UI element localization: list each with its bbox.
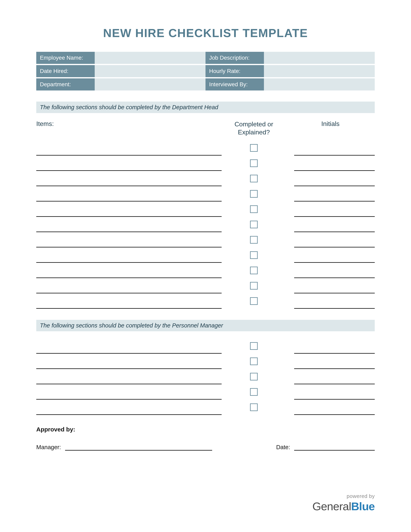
checklist-row — [36, 217, 375, 232]
initials-line[interactable] — [294, 216, 375, 217]
initials-line[interactable] — [294, 353, 375, 354]
brand-name: GeneralBlue — [312, 500, 375, 513]
checkbox[interactable] — [250, 205, 258, 213]
checkbox[interactable] — [250, 266, 258, 274]
footer-logo: powered by GeneralBlue — [312, 493, 375, 513]
item-line[interactable] — [36, 216, 222, 217]
checkbox[interactable] — [250, 282, 258, 290]
checklist-section-2 — [36, 338, 375, 415]
checkbox-wrap — [222, 338, 286, 354]
signature-row: Manager: Date: — [36, 444, 375, 451]
label-hourly-rate: Hourly Rate: — [206, 65, 264, 77]
checklist-row — [36, 201, 375, 217]
initials-line[interactable] — [294, 277, 375, 278]
column-header-completed: Completed or Explained? — [222, 120, 286, 136]
input-employee-name[interactable] — [95, 52, 206, 64]
label-department: Department: — [36, 78, 95, 90]
item-line[interactable] — [36, 170, 222, 171]
checkbox[interactable] — [250, 342, 258, 350]
checkbox-wrap — [222, 354, 286, 369]
checklist-row — [36, 294, 375, 309]
initials-line[interactable] — [294, 247, 375, 247]
checkbox-wrap — [222, 217, 286, 232]
columns-header: Items: Completed or Explained? Initials — [36, 120, 375, 136]
checklist-row — [36, 171, 375, 186]
checkbox-wrap — [222, 399, 286, 415]
item-line[interactable] — [36, 368, 222, 369]
label-date-hired: Date Hired: — [36, 65, 95, 77]
checklist-row — [36, 278, 375, 294]
checklist-row — [36, 232, 375, 247]
checklist-section-1 — [36, 140, 375, 309]
item-line[interactable] — [36, 308, 222, 309]
label-job-description: Job Description: — [206, 52, 264, 64]
checklist-row — [36, 156, 375, 171]
item-line[interactable] — [36, 155, 222, 156]
section-banner-dept-head: The following sections should be complet… — [36, 102, 375, 113]
initials-line[interactable] — [294, 308, 375, 309]
checkbox[interactable] — [250, 297, 258, 305]
checkbox-wrap — [222, 384, 286, 399]
header-cell-employee-name: Employee Name: — [36, 52, 206, 64]
manager-label: Manager: — [36, 444, 61, 451]
manager-signature-line[interactable] — [65, 450, 212, 451]
checklist-row — [36, 186, 375, 201]
input-interviewed-by[interactable] — [264, 78, 375, 90]
item-line[interactable] — [36, 247, 222, 247]
checkbox-wrap — [222, 186, 286, 201]
checkbox[interactable] — [250, 358, 258, 365]
checkbox[interactable] — [250, 144, 258, 152]
item-line[interactable] — [36, 384, 222, 384]
checklist-row — [36, 384, 375, 399]
initials-line[interactable] — [294, 201, 375, 201]
column-header-initials: Initials — [286, 120, 375, 128]
header-cell-date-hired: Date Hired: — [36, 65, 206, 77]
checkbox[interactable] — [250, 373, 258, 380]
input-hourly-rate[interactable] — [264, 65, 375, 77]
initials-line[interactable] — [294, 155, 375, 156]
checkbox[interactable] — [250, 403, 258, 411]
initials-line[interactable] — [294, 414, 375, 415]
label-employee-name: Employee Name: — [36, 52, 95, 64]
checkbox[interactable] — [250, 159, 258, 167]
checkbox[interactable] — [250, 221, 258, 228]
checkbox[interactable] — [250, 251, 258, 259]
header-cell-hourly-rate: Hourly Rate: — [206, 65, 375, 77]
initials-line[interactable] — [294, 368, 375, 369]
initials-line[interactable] — [294, 384, 375, 384]
item-line[interactable] — [36, 414, 222, 415]
column-header-items: Items: — [36, 120, 222, 128]
initials-line[interactable] — [294, 232, 375, 232]
initials-line[interactable] — [294, 186, 375, 186]
input-department[interactable] — [95, 78, 206, 90]
initials-line[interactable] — [294, 399, 375, 399]
item-line[interactable] — [36, 399, 222, 399]
approved-by-label: Approved by: — [36, 426, 375, 433]
item-line[interactable] — [36, 232, 222, 232]
input-job-description[interactable] — [264, 52, 375, 64]
input-date-hired[interactable] — [95, 65, 206, 77]
item-line[interactable] — [36, 262, 222, 263]
item-line[interactable] — [36, 293, 222, 294]
checkbox[interactable] — [250, 236, 258, 244]
initials-line[interactable] — [294, 170, 375, 171]
initials-line[interactable] — [294, 262, 375, 263]
checkbox-wrap — [222, 232, 286, 247]
checkbox[interactable] — [250, 190, 258, 198]
checkbox[interactable] — [250, 388, 258, 396]
header-cell-job-description: Job Description: — [206, 52, 375, 64]
item-line[interactable] — [36, 186, 222, 186]
date-signature-line[interactable] — [294, 450, 375, 451]
initials-line[interactable] — [294, 293, 375, 294]
item-line[interactable] — [36, 277, 222, 278]
checklist-row — [36, 140, 375, 156]
checklist-row — [36, 263, 375, 278]
checkbox-wrap — [222, 140, 286, 156]
item-line[interactable] — [36, 201, 222, 201]
checkbox[interactable] — [250, 175, 258, 182]
checkbox-wrap — [222, 278, 286, 294]
checklist-row — [36, 369, 375, 384]
brand-general: General — [312, 500, 351, 513]
date-label: Date: — [276, 444, 290, 451]
item-line[interactable] — [36, 353, 222, 354]
